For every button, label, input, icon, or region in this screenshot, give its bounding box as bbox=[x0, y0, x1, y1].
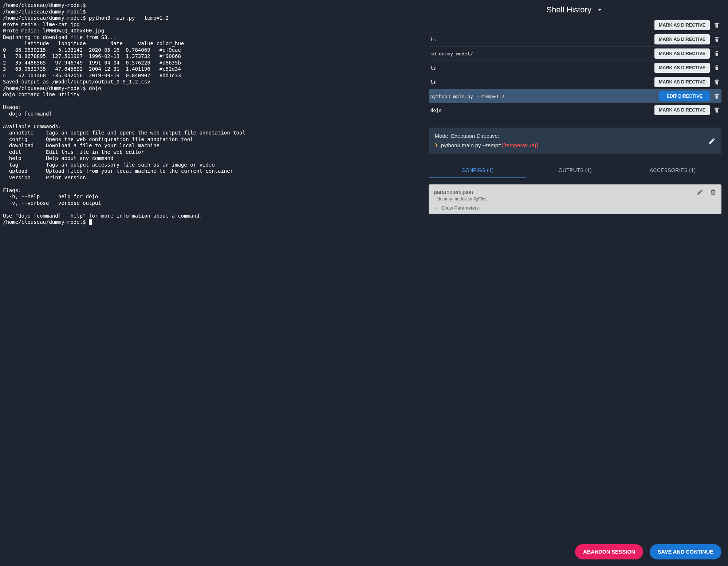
history-row[interactable]: lsMARK AS DIRECTIVE bbox=[429, 61, 721, 75]
mark-as-directive-button[interactable]: MARK AS DIRECTIVE bbox=[654, 77, 710, 87]
directive-template-var: {{temperature}} bbox=[501, 142, 538, 148]
mark-as-directive-button[interactable]: MARK AS DIRECTIVE bbox=[654, 48, 710, 59]
directive-line: ❯ python3 main.py --temp={{temperature}} bbox=[434, 142, 716, 148]
history-command: python3 main.py --temp=1.2 bbox=[430, 94, 656, 99]
mark-as-directive-button[interactable]: MARK AS DIRECTIVE bbox=[654, 20, 710, 30]
terminal-cursor bbox=[89, 219, 92, 225]
config-path: ~/dummy-model/configFiles bbox=[434, 196, 716, 202]
trash-icon[interactable] bbox=[713, 65, 720, 71]
directive-label: Model Execution Directive: bbox=[434, 133, 716, 139]
history-row[interactable]: dojoMARK AS DIRECTIVE bbox=[429, 103, 721, 117]
history-row[interactable]: lsMARK AS DIRECTIVE bbox=[429, 32, 721, 47]
history-command: dojo bbox=[430, 108, 651, 113]
panel-title: Shell History bbox=[546, 5, 591, 15]
directive-command: python3 main.py --temp= bbox=[441, 142, 501, 148]
history-row[interactable]: python3 main.py --temp=1.2EDIT DIRECTIVE bbox=[429, 89, 721, 103]
edit-icon[interactable] bbox=[697, 189, 703, 195]
history-command: ls bbox=[430, 37, 651, 42]
trash-icon[interactable] bbox=[713, 79, 720, 85]
chevron-down-icon[interactable] bbox=[596, 6, 604, 14]
history-row[interactable]: cd dummy-model/MARK AS DIRECTIVE bbox=[429, 47, 721, 61]
history-row[interactable]: lsMARK AS DIRECTIVE bbox=[429, 75, 721, 89]
mark-as-directive-button[interactable]: MARK AS DIRECTIVE bbox=[654, 105, 710, 115]
history-command: ls bbox=[430, 65, 651, 71]
right-panel: Shell History MARK AS DIRECTIVElsMARK AS… bbox=[422, 0, 728, 566]
trash-icon[interactable] bbox=[710, 189, 716, 195]
history-command: cd dummy-model/ bbox=[430, 51, 651, 56]
tab[interactable]: CONFIGS (1) bbox=[429, 163, 526, 178]
show-parameters-label: Show Parameters bbox=[441, 205, 479, 211]
tab[interactable]: ACCESSORIES (1) bbox=[624, 163, 721, 178]
panel-header: Shell History bbox=[429, 0, 721, 18]
edit-directive-button[interactable]: EDIT DIRECTIVE bbox=[659, 91, 710, 101]
chevron-right-icon bbox=[434, 206, 439, 211]
mark-as-directive-button[interactable]: MARK AS DIRECTIVE bbox=[654, 34, 710, 44]
history-command: ls bbox=[430, 79, 651, 85]
show-parameters-toggle[interactable]: Show Parameters bbox=[434, 205, 716, 211]
tab[interactable]: OUTPUTS (1) bbox=[526, 163, 624, 178]
directive-box: Model Execution Directive: ❯ python3 mai… bbox=[429, 128, 721, 154]
shell-history-list: MARK AS DIRECTIVElsMARK AS DIRECTIVEcd d… bbox=[429, 18, 721, 117]
edit-icon[interactable] bbox=[708, 137, 716, 145]
config-card: parameters.json ~/dummy-model/configFile… bbox=[429, 184, 721, 214]
mark-as-directive-button[interactable]: MARK AS DIRECTIVE bbox=[654, 63, 710, 73]
footer-actions: ABANDON SESSION SAVE AND CONTINUE bbox=[575, 544, 721, 559]
config-title: parameters.json bbox=[434, 189, 716, 195]
trash-icon[interactable] bbox=[713, 93, 720, 99]
prompt-chevron-icon: ❯ bbox=[434, 142, 438, 148]
terminal[interactable]: /home/clouseau/dummy-model$ /home/clouse… bbox=[0, 0, 422, 566]
history-row[interactable]: MARK AS DIRECTIVE bbox=[429, 18, 721, 32]
trash-icon[interactable] bbox=[713, 36, 720, 43]
trash-icon[interactable] bbox=[713, 50, 720, 57]
trash-icon[interactable] bbox=[713, 22, 720, 28]
abandon-session-button[interactable]: ABANDON SESSION bbox=[575, 544, 643, 559]
save-and-continue-button[interactable]: SAVE AND CONTINUE bbox=[650, 544, 721, 559]
tabs: CONFIGS (1)OUTPUTS (1)ACCESSORIES (1) bbox=[429, 163, 721, 179]
trash-icon[interactable] bbox=[713, 107, 720, 113]
